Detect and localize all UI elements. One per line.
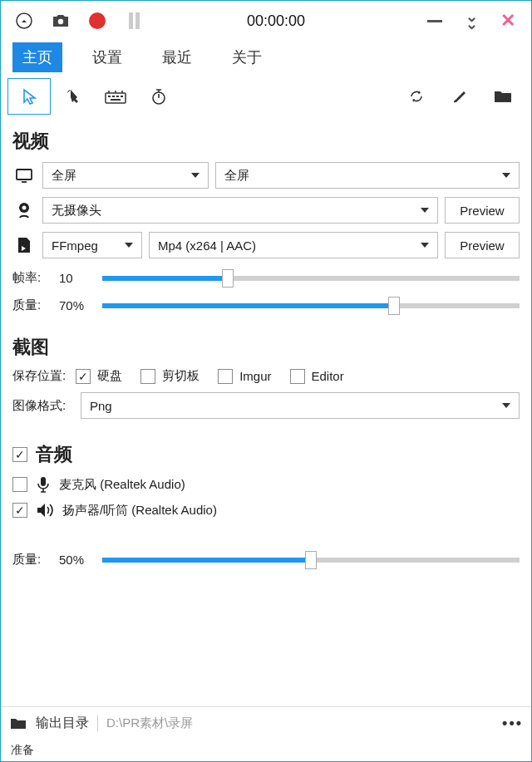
video-quality-value: 70% [59,298,94,312]
screen-target-select[interactable]: 全屏 [215,162,520,189]
speaker-checkbox[interactable]: ✓ [12,503,27,518]
save-disk-checkbox[interactable]: ✓硬盘 [76,368,122,384]
speaker-icon [36,502,54,519]
main-tabs: 主页 设置 最近 关于 [1,41,531,74]
framerate-slider-row: 帧率: 10 [12,270,520,286]
svg-point-1 [58,19,63,24]
svg-rect-12 [41,477,46,486]
audio-enable-checkbox[interactable]: ✓ [12,447,27,462]
screen-mode-select[interactable]: 全屏 [42,162,209,189]
keyboard-mode-button[interactable] [94,78,137,115]
audio-section-title: 音频 [36,442,72,467]
save-location-row: 保存位置: ✓硬盘 剪切板 Imgur Editor [12,368,520,384]
video-quality-slider-row: 质量: 70% [12,297,520,313]
image-format-row: 图像格式: Png [12,392,520,419]
record-button[interactable] [79,2,116,39]
camera-value: 无摄像头 [52,203,101,219]
svg-rect-2 [106,93,126,103]
speaker-row: ✓ 扬声器/听筒 (Realtek Audio) [12,502,520,519]
close-button[interactable]: ✕ [490,2,526,39]
svg-rect-3 [108,96,111,97]
tab-settings[interactable]: 设置 [82,42,132,72]
encoder-select[interactable]: FFmpeg [42,232,142,258]
video-section-title: 视频 [12,129,520,154]
window-toolbar: 00:00:00 ⌄⌄ ✕ [1,1,531,41]
output-bar: 输出目录 D:\PR素材\录屏 ••• [1,706,531,740]
screen-mode-value: 全屏 [52,168,76,184]
framerate-value: 10 [59,271,94,285]
camera-row: 无摄像头 Preview [12,197,520,224]
folder-button[interactable] [481,78,525,115]
svg-rect-5 [116,96,119,97]
microphone-row: 麦克风 (Realtek Audio) [12,475,520,494]
cursor-mode-button[interactable] [7,78,51,115]
minimize-button[interactable] [416,2,453,39]
framerate-label: 帧率: [12,270,51,286]
encoder-row: FFmpeg Mp4 (x264 | AAC) Preview [12,232,520,258]
video-quality-label: 质量: [12,297,51,313]
format-value: Mp4 (x264 | AAC) [158,238,256,253]
audio-quality-slider-row: 质量: 50% [12,552,520,568]
audio-enable-row: ✓ 音频 [12,442,520,467]
main-content: 视频 全屏 全屏 无摄像头 Preview FFmpeg Mp4 (x264 |… [1,119,531,706]
save-clipboard-checkbox[interactable]: 剪切板 [140,368,200,384]
pause-button[interactable] [116,2,152,39]
output-label: 输出目录 [36,715,89,732]
image-format-value: Png [90,399,112,413]
svg-point-11 [22,206,27,210]
screen-selection-row: 全屏 全屏 [12,162,520,189]
speaker-label: 扬声器/听筒 (Realtek Audio) [62,503,217,519]
audio-quality-slider[interactable] [102,558,520,563]
svg-rect-4 [112,96,115,97]
click-mode-button[interactable] [51,78,94,115]
monitor-icon [12,167,36,184]
microphone-label: 麦克风 (Realtek Audio) [59,477,185,493]
refresh-button[interactable] [395,78,438,115]
save-imgur-checkbox[interactable]: Imgur [218,369,271,384]
tab-home[interactable]: 主页 [12,42,62,72]
format-preview-button[interactable]: Preview [445,232,520,258]
collapse-button[interactable]: ⌄⌄ [453,2,490,39]
svg-rect-7 [111,99,121,101]
svg-rect-9 [17,170,32,179]
expand-button[interactable] [6,2,42,39]
image-format-label: 图像格式: [12,398,74,414]
microphone-checkbox[interactable] [12,477,27,492]
webcam-icon [12,201,36,219]
mode-toolbar [1,74,531,119]
status-bar: 准备 [1,740,531,761]
timer-mode-button[interactable] [137,78,180,115]
audio-quality-label: 质量: [12,552,51,568]
screenshot-section-title: 截图 [12,335,520,360]
camera-select[interactable]: 无摄像头 [42,197,438,224]
file-video-icon [12,236,36,254]
screen-target-value: 全屏 [224,168,249,184]
camera-preview-button[interactable]: Preview [445,197,520,224]
framerate-slider[interactable] [102,276,520,281]
image-format-select[interactable]: Png [81,392,520,419]
encoder-value: FFmpeg [52,238,98,253]
timer-display: 00:00:00 [247,12,322,30]
tab-about[interactable]: 关于 [222,42,272,72]
save-editor-checkbox[interactable]: Editor [290,369,344,384]
audio-quality-value: 50% [59,553,94,567]
screenshot-button[interactable] [42,2,79,39]
microphone-icon [36,475,51,494]
format-select[interactable]: Mp4 (x264 | AAC) [149,232,438,258]
video-quality-slider[interactable] [102,303,520,308]
folder-icon [9,716,27,731]
output-path-field[interactable]: D:\PR素材\录屏 [97,715,494,731]
svg-rect-6 [121,96,123,97]
brush-button[interactable] [438,78,481,115]
save-location-label: 保存位置: [12,368,66,384]
more-button[interactable]: ••• [502,715,523,732]
tab-recent[interactable]: 最近 [152,42,202,72]
